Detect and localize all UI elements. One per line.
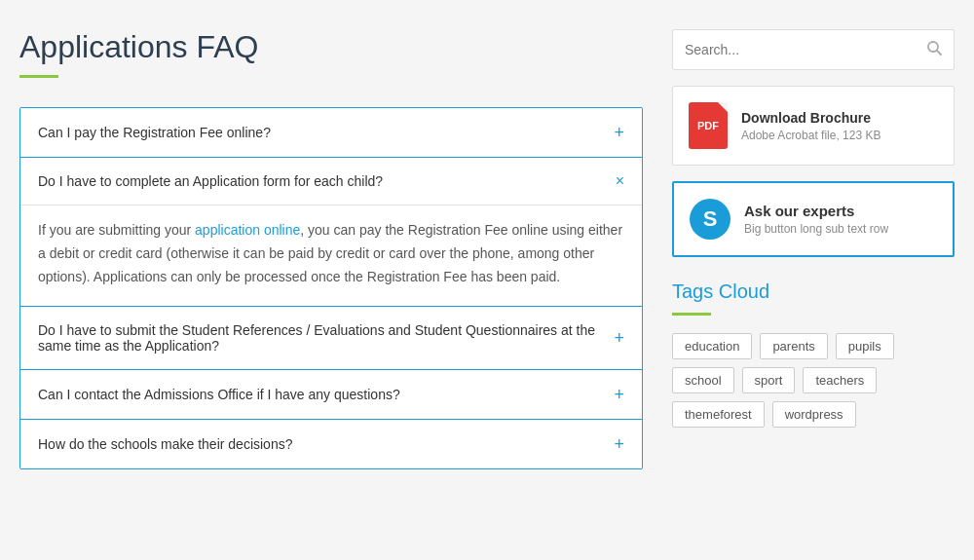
- faq-question-4[interactable]: Can I contact the Admissions Office if I…: [20, 370, 642, 419]
- faq-item-2: Do I have to complete an Application for…: [20, 158, 642, 307]
- tag-item[interactable]: sport: [742, 367, 796, 393]
- faq-answer-highlight: application online: [195, 222, 300, 238]
- tags-section: Tags Cloud educationparentspupilsschools…: [672, 280, 955, 428]
- faq-list: Can I pay the Registration Fee online? +…: [19, 107, 643, 469]
- experts-title: Ask our experts: [744, 203, 937, 219]
- faq-item-3: Do I have to submit the Student Referenc…: [20, 307, 642, 370]
- tag-item[interactable]: parents: [760, 333, 827, 359]
- search-box[interactable]: [672, 29, 955, 70]
- faq-item-1: Can I pay the Registration Fee online? +: [20, 108, 642, 158]
- faq-item-5: How do the schools make their decisions?…: [20, 420, 642, 468]
- faq-toggle-3: +: [614, 329, 624, 347]
- tag-item[interactable]: themeforest: [672, 401, 765, 428]
- faq-question-1[interactable]: Can I pay the Registration Fee online? +: [20, 108, 642, 157]
- tags-underline: [672, 313, 711, 316]
- faq-toggle-5: +: [614, 435, 624, 453]
- tag-item[interactable]: teachers: [803, 367, 877, 393]
- tag-item[interactable]: education: [672, 333, 752, 359]
- experts-subtitle: Big button long sub text row: [744, 222, 937, 236]
- faq-question-2[interactable]: Do I have to complete an Application for…: [20, 158, 642, 205]
- faq-question-text-3: Do I have to submit the Student Referenc…: [38, 322, 604, 354]
- brochure-info: Download Brochure Adobe Acrobat file, 12…: [741, 110, 938, 142]
- search-input[interactable]: [685, 42, 920, 57]
- main-content: Applications FAQ Can I pay the Registrat…: [19, 29, 643, 469]
- brochure-card[interactable]: PDF Download Brochure Adobe Acrobat file…: [672, 86, 955, 166]
- tag-item[interactable]: wordpress: [772, 401, 856, 428]
- title-underline: [19, 75, 58, 78]
- faq-body-2: If you are submitting your application o…: [20, 205, 642, 306]
- faq-toggle-1: +: [614, 124, 624, 141]
- faq-toggle-4: +: [614, 386, 624, 403]
- tag-item[interactable]: school: [672, 367, 734, 393]
- faq-question-text-1: Can I pay the Registration Fee online?: [38, 125, 271, 140]
- pdf-icon: PDF: [689, 102, 728, 149]
- faq-question-3[interactable]: Do I have to submit the Student Referenc…: [20, 307, 642, 369]
- skype-icon: S: [690, 199, 730, 240]
- faq-toggle-2: ×: [616, 173, 624, 189]
- search-icon: [926, 40, 942, 56]
- tags-list: educationparentspupilsschoolsportteacher…: [672, 333, 955, 428]
- faq-question-text-4: Can I contact the Admissions Office if I…: [38, 387, 400, 402]
- faq-answer-2: If you are submitting your application o…: [38, 219, 624, 288]
- experts-card[interactable]: S Ask our experts Big button long sub te…: [672, 181, 955, 257]
- faq-question-5[interactable]: How do the schools make their decisions?…: [20, 420, 642, 468]
- tags-heading: Tags Cloud: [672, 280, 955, 303]
- tag-item[interactable]: pupils: [836, 333, 894, 359]
- brochure-subtitle: Adobe Acrobat file, 123 KB: [741, 129, 938, 142]
- experts-info: Ask our experts Big button long sub text…: [744, 203, 937, 236]
- faq-item-4: Can I contact the Admissions Office if I…: [20, 370, 642, 420]
- faq-question-text-5: How do the schools make their decisions?: [38, 436, 292, 452]
- sidebar: PDF Download Brochure Adobe Acrobat file…: [672, 29, 955, 469]
- search-button[interactable]: [926, 40, 942, 59]
- page-title: Applications FAQ: [19, 29, 643, 65]
- faq-question-text-2: Do I have to complete an Application for…: [38, 173, 383, 189]
- svg-line-1: [937, 51, 941, 55]
- page-wrapper: Applications FAQ Can I pay the Registrat…: [0, 0, 974, 499]
- brochure-title: Download Brochure: [741, 110, 938, 126]
- pdf-label: PDF: [697, 120, 719, 131]
